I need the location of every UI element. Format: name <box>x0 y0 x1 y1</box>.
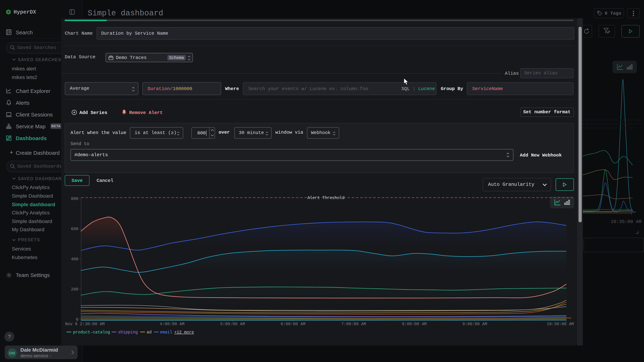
svg-text:email: email <box>160 330 172 335</box>
svg-text:9:00:00 AM: 9:00:00 AM <box>462 322 487 327</box>
svg-text:4:00:00 AM: 4:00:00 AM <box>160 322 184 327</box>
svg-text:5:00:00 AM: 5:00:00 AM <box>220 322 245 327</box>
svg-text:200: 200 <box>71 287 78 292</box>
svg-text:8:00:00 AM: 8:00:00 AM <box>402 322 427 327</box>
svg-text:400: 400 <box>71 257 78 262</box>
svg-text:Alert Threshold: Alert Threshold <box>307 196 344 200</box>
svg-text:shipping: shipping <box>118 330 138 335</box>
svg-text:10:30:00 AM: 10:30:00 AM <box>547 322 574 327</box>
svg-text:ad: ad <box>147 330 152 335</box>
svg-text:6:00:00 AM: 6:00:00 AM <box>281 322 305 327</box>
svg-text:600: 600 <box>71 227 78 231</box>
svg-text:0: 0 <box>76 317 78 322</box>
svg-text:+12 more: +12 more <box>174 330 194 335</box>
svg-text:10:35:00 AM: 10:35:00 AM <box>611 219 642 224</box>
svg-text:product-catalog: product-catalog <box>73 330 110 335</box>
svg-text:Nov 6 2:30:00 AM: Nov 6 2:30:00 AM <box>65 322 105 327</box>
svg-text:800: 800 <box>71 196 78 201</box>
svg-text:7:00:00 AM: 7:00:00 AM <box>341 322 366 327</box>
